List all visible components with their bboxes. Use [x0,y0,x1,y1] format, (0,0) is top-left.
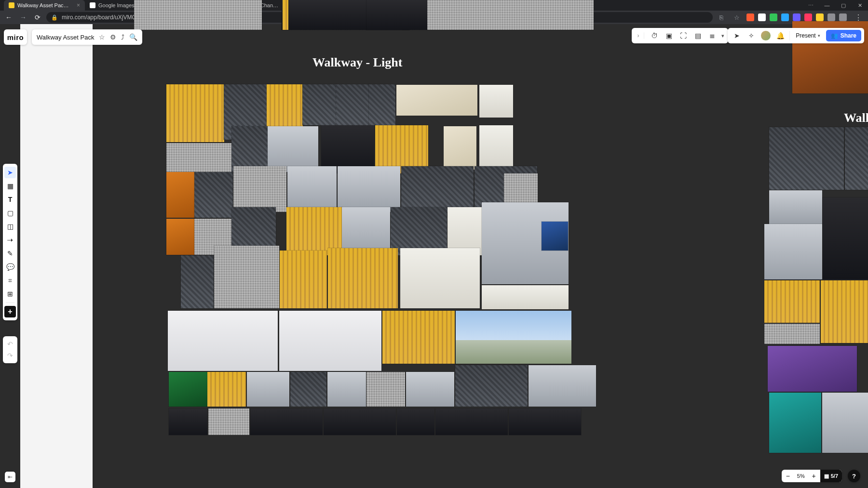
reference-image[interactable] [456,311,571,364]
reference-image[interactable] [302,84,336,125]
reference-image[interactable] [396,85,477,116]
reference-image[interactable] [268,126,318,172]
connect-tool[interactable]: ⇢ [4,234,16,246]
reference-image[interactable] [283,0,288,30]
export-icon[interactable]: ⤴ [121,33,124,41]
screenshare-icon[interactable]: ▣ [664,30,674,41]
reference-image[interactable] [166,143,231,172]
reference-image[interactable] [382,311,455,364]
present-button[interactable]: Present ▾ [794,32,822,39]
timer-icon[interactable]: ⏱ [649,30,660,41]
reference-image[interactable] [542,222,568,251]
pen-tool[interactable]: ✎ [4,248,16,259]
window-maximize[interactable]: ▢ [835,0,852,11]
reactions-icon[interactable]: ✧ [746,30,757,41]
reference-image[interactable] [821,280,868,343]
chevron-down-icon[interactable]: ▾ [818,33,820,38]
reference-image[interactable] [769,190,822,224]
nav-forward-button[interactable]: → [17,12,29,23]
reference-image[interactable] [406,372,454,407]
reference-image[interactable] [444,126,476,170]
collapse-rail-button[interactable]: ⇤ [5,472,15,482]
miro-canvas[interactable]: Walkway - LightWalkw [0,24,868,488]
reference-image[interactable] [509,409,581,435]
upload-tool[interactable]: ⊞ [4,288,16,300]
reference-image[interactable] [194,172,233,218]
reference-image[interactable] [231,126,268,172]
board-title-chip[interactable]: Walkway Asset Pack ☆ ⚙ ⤴ 🔍 [32,29,142,45]
frames-counter[interactable]: ▦ 5/7 [820,470,842,482]
reference-image[interactable] [214,246,279,308]
miro-logo[interactable]: miro [4,29,27,45]
reference-image[interactable] [336,84,369,125]
tab-close-icon[interactable]: × [77,2,80,9]
sticky-tool[interactable]: ▢ [4,207,16,219]
reference-image[interactable] [823,198,868,279]
reference-image[interactable] [529,365,596,407]
cursor-icon[interactable]: ➤ [732,30,742,41]
undo-button[interactable]: ↶ [4,338,16,350]
reference-image[interactable] [207,372,246,407]
select-tool[interactable]: ➤ [4,167,16,178]
reference-image[interactable] [290,372,326,407]
reference-image[interactable] [134,0,262,30]
reference-image[interactable] [181,255,214,308]
extension-icon[interactable] [746,13,754,21]
reference-image[interactable] [280,251,327,308]
reference-image[interactable] [401,166,474,212]
reference-image[interactable] [769,393,821,453]
extension-icon[interactable] [816,13,824,21]
extension-icon[interactable] [839,13,847,21]
reference-image[interactable] [845,127,868,190]
reference-image[interactable] [764,324,820,344]
reference-image[interactable] [169,409,207,435]
extension-icon[interactable] [827,13,835,21]
browser-tab[interactable]: Walkway Asset Pack, Online Wh × [4,0,85,11]
reference-image[interactable] [768,346,857,392]
reference-image[interactable] [366,372,405,407]
settings-icon[interactable]: ⚙ [110,33,116,41]
window-settings[interactable]: ⋯ [802,0,819,11]
history-toggle-icon[interactable]: › [636,32,644,39]
reference-image[interactable] [250,409,323,435]
note-icon[interactable]: ▤ [692,30,703,41]
reference-image[interactable] [435,409,508,435]
zoom-value[interactable]: 5% [794,473,808,479]
bookmark-star-icon[interactable]: ☆ [731,12,743,23]
reference-image[interactable] [166,172,194,218]
chevron-down-icon[interactable]: ▾ [721,33,724,39]
text-tool[interactable]: T [4,194,16,205]
reference-image[interactable] [400,248,480,308]
reference-image[interactable] [482,285,569,309]
browser-menu-button[interactable]: ⋮ [852,13,865,22]
nav-reload-button[interactable]: ⟳ [32,12,43,23]
more-tools-button[interactable]: + [4,306,16,317]
reference-image[interactable] [764,224,822,279]
reference-image[interactable] [267,84,303,127]
user-avatar[interactable] [760,30,771,41]
extension-icon[interactable] [770,13,777,21]
reference-image[interactable] [287,166,337,212]
frame-tool[interactable]: ⌗ [4,275,16,286]
reference-image[interactable] [479,85,513,118]
focus-icon[interactable]: ⛶ [678,30,689,41]
reference-image[interactable] [397,409,434,435]
zoom-out-button[interactable]: − [782,470,794,482]
notifications-icon[interactable]: 🔔 [775,30,786,41]
reference-image[interactable] [822,393,868,453]
reference-image[interactable] [769,127,844,190]
nav-back-button[interactable]: ← [3,12,14,23]
reference-image[interactable] [455,365,528,407]
extension-icon[interactable] [793,13,800,21]
redo-button[interactable]: ↷ [4,350,16,361]
reference-image[interactable] [328,248,398,308]
reference-image[interactable] [338,166,400,212]
extension-icon[interactable] [804,13,812,21]
templates-tool[interactable]: ▦ [4,180,16,192]
search-icon[interactable]: 🔍 [129,33,137,41]
reference-image[interactable] [479,125,513,169]
reference-image[interactable] [166,219,194,255]
extension-icon[interactable] [781,13,789,21]
reference-image[interactable] [247,372,289,407]
reader-icon[interactable]: ⎘ [716,12,727,23]
